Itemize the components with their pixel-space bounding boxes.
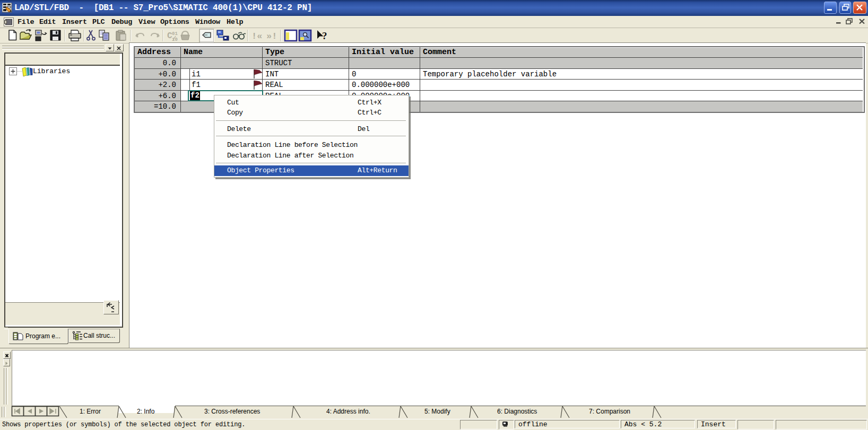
svg-text:01: 01 — [172, 31, 178, 37]
svg-text:?: ? — [322, 30, 327, 41]
svg-text:10: 10 — [172, 37, 178, 42]
svg-text:!«: !« — [251, 31, 262, 41]
svg-text:»!: »! — [266, 31, 277, 41]
